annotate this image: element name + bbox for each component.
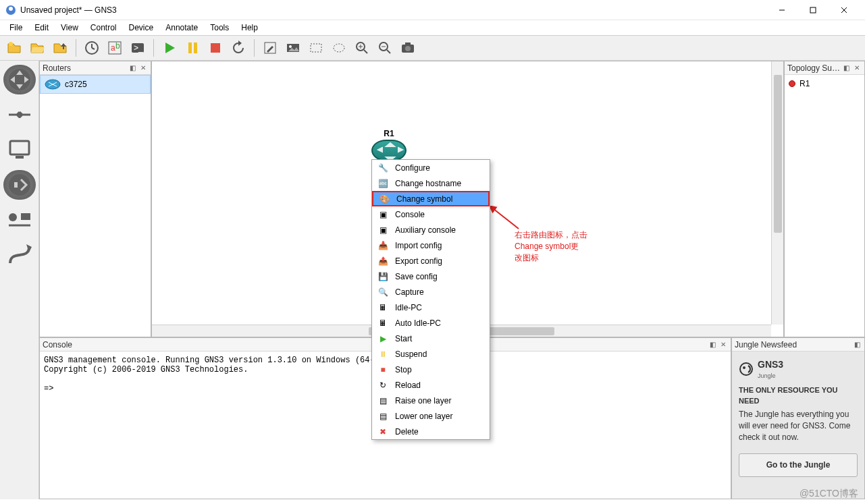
routers-panel-title: Routers (43, 63, 71, 73)
maximize-button[interactable] (797, 0, 829, 20)
panel-undock-icon[interactable]: ◧ (128, 63, 137, 73)
context-delete[interactable]: ✖Delete (372, 424, 490, 439)
context-label: Export config (395, 256, 442, 266)
svg-line-9 (92, 48, 95, 49)
stop-all-button[interactable] (205, 38, 226, 58)
panel-undock-icon[interactable]: ◧ (841, 63, 851, 73)
reload-all-button[interactable] (228, 38, 248, 58)
context-export-config[interactable]: 📤Export config (372, 253, 490, 269)
end-devices-category-button[interactable] (3, 135, 36, 165)
status-stopped-icon (789, 80, 795, 87)
link-tool-button[interactable] (3, 240, 36, 270)
vertical-scrollbar[interactable] (771, 61, 783, 325)
node-r1[interactable]: R1 (371, 129, 407, 161)
context-aux-console[interactable]: ▣Auxiliary console (372, 222, 490, 237)
menu-tools[interactable]: Tools (205, 22, 234, 34)
topology-summary-panel: Topology Su… ◧✕ R1 (784, 61, 865, 337)
context-label: Reload (395, 381, 421, 390)
context-label: Suspend (395, 349, 427, 359)
zoom-out-button[interactable] (375, 38, 395, 58)
panel-close-icon[interactable]: ✕ (852, 63, 862, 73)
start-all-button[interactable] (159, 38, 180, 58)
new-project-button[interactable] (4, 38, 24, 58)
menu-device[interactable]: Device (124, 22, 159, 34)
newsfeed-brand-sub: Jungle (758, 372, 783, 381)
context-save-config[interactable]: 💾Save config (372, 269, 490, 284)
menu-view[interactable]: View (55, 22, 84, 34)
pause-all-button[interactable] (182, 38, 203, 58)
context-change-symbol[interactable]: 🎨Change symbol (372, 191, 490, 206)
annotate-rect-button[interactable] (306, 38, 326, 58)
context-capture[interactable]: 🔍Capture (372, 284, 490, 300)
menu-annotate[interactable]: Annotate (160, 22, 203, 34)
routers-category-button[interactable] (3, 65, 36, 94)
svg-line-24 (364, 50, 367, 53)
context-configure[interactable]: 🔧Configure (372, 160, 490, 175)
switches-category-button[interactable] (3, 100, 36, 130)
annotate-note-button[interactable] (260, 38, 280, 58)
annotate-image-button[interactable] (283, 38, 303, 58)
newsfeed-headline: THE ONLY RESOURCE YOU NEED (739, 385, 858, 406)
screenshot-button[interactable] (398, 38, 418, 58)
snapshot-button[interactable] (82, 38, 102, 58)
menu-file[interactable]: File (4, 22, 28, 34)
panel-close-icon[interactable]: ✕ (138, 63, 148, 73)
zoom-in-button[interactable] (352, 38, 372, 58)
context-idle-pc[interactable]: 🖩Idle-PC (372, 300, 490, 315)
context-start[interactable]: ▶Start (372, 331, 490, 346)
router-icon (371, 140, 407, 161)
menu-control[interactable]: Control (85, 22, 122, 34)
svg-line-45 (493, 208, 519, 229)
save-project-button[interactable] (50, 38, 70, 58)
security-category-button[interactable] (3, 170, 36, 200)
panel-undock-icon[interactable]: ◧ (852, 340, 862, 349)
calculator-icon: 🖩 (377, 302, 388, 313)
chameleon-icon (739, 362, 754, 376)
console-button[interactable]: >_ (128, 38, 148, 58)
annotation-line: 改图标 (515, 252, 587, 264)
delete-icon: ✖ (377, 426, 388, 437)
context-label: Capture (395, 287, 424, 297)
context-label: Auto Idle-PC (395, 318, 441, 328)
node-label: R1 (371, 129, 407, 138)
minimize-button[interactable] (766, 0, 797, 20)
context-lower-layer[interactable]: ▤Lower one layer (372, 408, 490, 424)
app-icon (5, 5, 16, 16)
svg-rect-3 (810, 7, 816, 13)
panel-undock-icon[interactable]: ◧ (708, 340, 717, 349)
context-reload[interactable]: ↻Reload (372, 377, 490, 393)
context-stop[interactable]: ■Stop (372, 362, 490, 377)
topology-item-r1[interactable]: R1 (787, 78, 862, 90)
svg-rect-34 (10, 141, 29, 155)
context-console[interactable]: ▣Console (372, 206, 490, 222)
routers-panel-header: Routers ◧✕ (40, 61, 151, 75)
svg-text:>_: >_ (134, 43, 143, 53)
wrench-icon: 🔧 (377, 163, 388, 173)
annotation-line: Change symbol更 (515, 241, 587, 252)
svg-rect-15 (188, 43, 192, 53)
context-raise-layer[interactable]: ▤Raise one layer (372, 393, 490, 408)
play-icon: ▶ (377, 333, 388, 344)
routers-list: c3725 (40, 75, 151, 337)
context-label: Lower one layer (395, 412, 452, 421)
show-interfaces-button[interactable]: ab (105, 38, 125, 58)
annotate-ellipse-button[interactable] (329, 38, 349, 58)
menu-edit[interactable]: Edit (29, 22, 54, 34)
close-button[interactable] (829, 0, 860, 20)
annotation-line: 右击路由图标，点击 (515, 229, 587, 241)
svg-point-6 (9, 42, 13, 46)
device-item-c3725[interactable]: c3725 (40, 75, 151, 94)
menu-help[interactable]: Help (236, 22, 263, 34)
annotation-arrow (489, 206, 523, 233)
context-suspend[interactable]: ⏸Suspend (372, 346, 490, 362)
go-to-jungle-button[interactable]: Go to the Jungle (739, 453, 858, 477)
context-change-hostname[interactable]: 🔤Change hostname (372, 175, 490, 191)
all-devices-category-button[interactable] (3, 205, 36, 235)
svg-rect-21 (311, 44, 321, 52)
topology-panel-header: Topology Su… ◧✕ (785, 61, 864, 75)
panel-close-icon[interactable]: ✕ (718, 340, 728, 349)
svg-point-22 (334, 44, 344, 52)
open-project-button[interactable] (27, 38, 47, 58)
context-import-config[interactable]: 📥Import config (372, 237, 490, 253)
context-auto-idle-pc[interactable]: 🖩Auto Idle-PC (372, 315, 490, 331)
